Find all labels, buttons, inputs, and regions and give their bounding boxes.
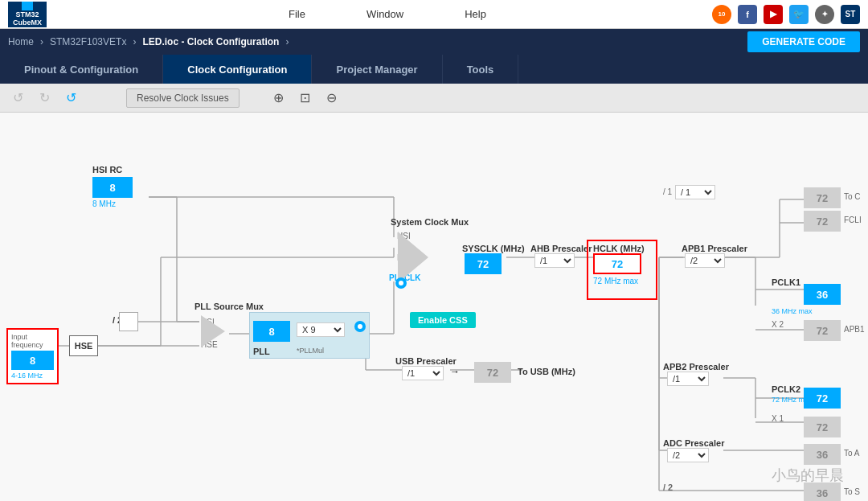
menu-file[interactable]: File [282,5,312,23]
menu-items: File Window Help [63,5,712,23]
network-icon[interactable]: ✦ [815,5,834,24]
connection-lines [0,113,868,501]
st-icon[interactable]: ST [841,5,860,24]
to-c-label: To C [844,192,861,201]
pclk2-label: PCLK2 [772,384,800,394]
tab-project[interactable]: Project Manager [312,55,442,84]
tab-clock[interactable]: Clock Configuration [163,55,312,84]
breadcrumb-sep3: › [285,36,289,47]
usb-value: 72 [474,362,511,383]
usb-arrow: → [450,366,460,377]
ahb-prescaler-label: AHB Prescaler [530,244,592,253]
pll-source-mux-label: PLL Source Mux [194,302,264,311]
pll-label: PLL [253,347,270,356]
tab-tools[interactable]: Tools [443,55,519,84]
pclk1-value[interactable]: 36 [804,284,841,305]
breadcrumb-current: LED.ioc - Clock Configuration [142,36,279,47]
div2-box-pre-pll [119,312,138,331]
tab-bar: Pinout & Configuration Clock Configurati… [0,55,868,84]
adc-to-label: To A [844,449,859,458]
pll-mul-value[interactable]: 8 [253,321,290,342]
pll-area: 8 X 9 X 2 X 3 X 4 PLL *PLLMul [249,312,370,359]
menu-bar: STM32 CubeMX File Window Help 10 f ▶ 🐦 ✦… [0,0,868,29]
pll-mul-select[interactable]: X 9 X 2 X 3 X 4 [297,322,345,337]
redo-button[interactable]: ↻ [35,88,55,107]
toolbar: ↺ ↻ ↺ Resolve Clock Issues ⊕ ⊡ ⊖ [0,84,868,113]
pll-mul-label: *PLLMul [297,347,324,355]
generate-code-button[interactable]: GENERATE CODE [747,31,860,52]
zoom-out-button[interactable]: ⊖ [321,88,342,107]
adc-prescaler-select[interactable]: /2 /4 /6 /8 [667,448,709,462]
logo-box: STM32 CubeMX [8,2,47,27]
system-clock-mux-label: System Clock Mux [391,217,469,227]
adc-value: 36 [804,444,841,465]
undo-button[interactable]: ↺ [8,88,28,107]
div2-bottom: / 2 [663,483,673,492]
input-freq-value[interactable]: 8 [11,351,54,370]
pclk1-label: PCLK1 [772,277,800,287]
menu-help[interactable]: Help [458,5,493,23]
breadcrumb-sep1: › [40,36,43,47]
adc-prescaler-label: ADC Prescaler [663,438,724,448]
apb1-x2-value: 72 [804,320,841,341]
main-area: HSI RC 8 8 MHz Input frequency 8 4-16 MH… [0,113,868,501]
logo: STM32 CubeMX [8,2,47,27]
breadcrumb-home[interactable]: Home [8,36,34,47]
hsi-mhz-label: 8 MHz [92,199,116,208]
hse-box: HSE [69,335,98,356]
hclk-max-label: 72 MHz max [593,277,638,285]
logo-cube [22,2,33,10]
watermark: 小鸟的早晨 [772,466,844,485]
apb2-prescaler-select[interactable]: /1 /2 [667,372,709,386]
apb2-x1-value: 72 [804,417,841,437]
div2-bottom-value: 36 [804,483,841,501]
youtube-icon[interactable]: ▶ [764,5,783,24]
facebook-icon[interactable]: f [738,5,757,24]
input-freq-label: Input frequency [11,333,54,349]
to-si-label: To S [844,487,860,496]
apb1-prescaler-select[interactable]: /2 /1 /4 [685,253,725,268]
pll-source-mux-triangle [201,315,225,347]
pllclk-radio[interactable] [395,277,407,289]
refresh-button[interactable]: ↺ [61,88,81,107]
hsi-value-box: 8 [92,177,133,198]
x1-label: X 1 [772,414,784,423]
menu-right: 10 f ▶ 🐦 ✦ ST [712,5,860,24]
usb-prescaler-label: USB Prescaler [395,356,457,366]
sysclk-value[interactable]: 72 [465,253,502,274]
apb2-prescaler-label: APB2 Prescaler [663,362,729,372]
system-clock-mux-triangle [398,232,428,283]
hclk-label: HCLK (MHz) [593,244,645,253]
usb-prescaler-select[interactable]: /1 /1.5 [402,366,444,380]
breadcrumb-chip[interactable]: STM32F103VETx [50,36,126,47]
ahb-prescaler-select[interactable]: /1 /2 /4 [534,253,575,268]
fit-button[interactable]: ⊡ [295,88,315,107]
breadcrumb-bar: Home › STM32F103VETx › LED.ioc - Clock C… [0,29,868,55]
hsi-rc-label: HSI RC [92,165,122,175]
fcli-label: FCLI [844,216,862,224]
breadcrumb-sep2: › [133,36,136,47]
div1-top: / 1 [663,187,672,196]
tab-pinout[interactable]: Pinout & Configuration [0,55,163,84]
anniversary-badge: 10 [712,5,731,24]
pll-radio[interactable] [354,321,366,332]
hclk-value[interactable]: 72 [593,253,641,274]
to-usb-label: To USB (MHz) [518,367,575,376]
menu-window[interactable]: Window [360,5,410,23]
to-c-value: 72 [804,187,841,208]
div1-top-select[interactable]: / 1 [675,185,715,199]
apb1-prescaler-label: APB1 Prescaler [682,244,747,253]
apb1-label2: APB1 [844,325,865,334]
sysclk-label: SYSCLK (MHz) [462,244,525,253]
enable-css-button[interactable]: Enable CSS [410,312,476,328]
resolve-clock-button[interactable]: Resolve Clock Issues [126,88,240,108]
logo-subtext: CubeMX [13,19,42,27]
input-freq-box: Input frequency 8 4-16 MHz [6,328,59,384]
pclk2-value[interactable]: 72 [804,388,841,409]
twitter-icon[interactable]: 🐦 [789,5,809,24]
input-freq-range: 4-16 MHz [11,372,54,380]
fcli-value: 72 [804,211,841,232]
pclk1-max-label: 36 MHz max [772,307,813,315]
zoom-in-button[interactable]: ⊕ [268,88,289,107]
x2-label: X 2 [772,320,784,329]
